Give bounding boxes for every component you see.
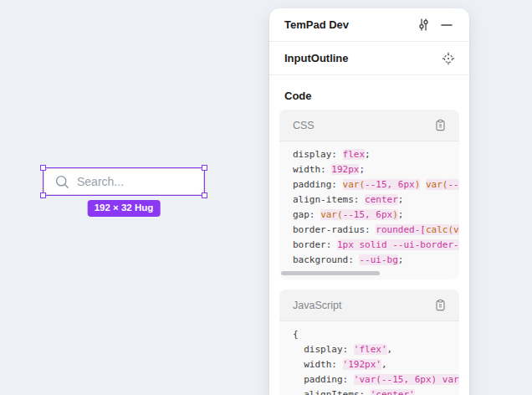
js-code-card: JavaScript { display: 'flex', width: '19… (279, 290, 459, 395)
selected-node-row: InputOutline (269, 42, 469, 75)
clipboard-copy-icon[interactable] (431, 116, 449, 135)
js-card-label: JavaScript (293, 300, 431, 311)
css-code[interactable]: display: flex;width: 192px;padding: var(… (279, 141, 459, 268)
node-name: InputOutline (284, 52, 439, 64)
css-card-header: CSS (279, 110, 459, 141)
js-card-header: JavaScript (279, 290, 459, 321)
js-code[interactable]: { display: 'flex', width: '192px', paddi… (279, 321, 459, 395)
minimize-icon[interactable] (437, 16, 456, 34)
css-h-scrollbar (279, 269, 459, 280)
css-h-scrollbar-thumb[interactable] (281, 271, 380, 275)
sliders-icon[interactable] (414, 16, 432, 34)
panel-content: Code CSS display: flex;width: 192px;padd… (269, 90, 469, 395)
panel-title: TemPad Dev (284, 18, 414, 31)
panel-header: TemPad Dev (269, 8, 469, 42)
search-placeholder-text: Search... (77, 176, 124, 187)
search-input-component[interactable]: Search... (43, 168, 204, 195)
selected-component[interactable]: Search... 192 × 32 Hug (43, 168, 204, 195)
css-card-label: CSS (293, 120, 431, 131)
search-icon (55, 175, 69, 189)
size-badge: 192 × 32 Hug (88, 200, 161, 217)
tempad-dev-panel: TemPad Dev InputOutline (269, 8, 469, 395)
css-code-card: CSS display: flex;width: 192px;padding: … (279, 110, 459, 280)
clipboard-copy-icon[interactable] (431, 296, 449, 315)
locate-target-icon[interactable] (439, 49, 458, 68)
code-section-title: Code (284, 90, 454, 102)
